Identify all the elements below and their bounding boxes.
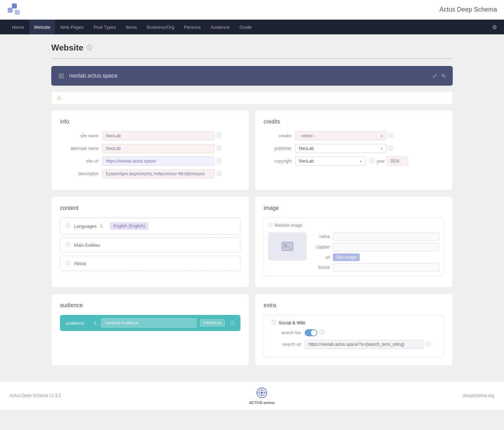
content-card: content ⓘ Languages 1. English (English)…: [51, 196, 249, 288]
creator-label: creator: [264, 133, 292, 138]
description-info-icon[interactable]: ⓘ: [217, 171, 221, 177]
description-row: description ⓘ: [60, 169, 240, 178]
site-image-button[interactable]: Site Image: [333, 253, 360, 261]
publisher-info-icon[interactable]: ⓘ: [389, 145, 393, 152]
extra-card: extra ⓘ Social & Wiki search bar ⓘ searc…: [255, 293, 453, 366]
image-card: image ⓘ Website image: [255, 196, 453, 288]
year-input[interactable]: [387, 157, 408, 166]
audience-input[interactable]: [101, 318, 197, 328]
page-title-text: Website: [51, 43, 84, 53]
info-card: info site name ⓘ alternate name ⓘ site u…: [51, 110, 249, 191]
share-icon[interactable]: ⤢: [432, 73, 437, 79]
creator-chevron-icon: ▾: [381, 134, 383, 138]
creator-row: creator - select - ▾ ⓘ: [264, 131, 444, 140]
gear-icon[interactable]: ⚙: [492, 24, 497, 31]
copyright-label: copyright: [264, 159, 292, 164]
publisher-chevron-icon: ▾: [381, 147, 383, 151]
site-url-label: site url: [60, 159, 99, 164]
publisher-label: publisher: [264, 146, 292, 151]
site-url-input[interactable]: [102, 157, 214, 166]
image-name-label: name: [312, 234, 330, 239]
footer: Actus Deep Schema v1.3.2 ACTUS anima dee…: [0, 381, 504, 410]
site-name-input[interactable]: [102, 131, 214, 140]
image-thumb-input[interactable]: [333, 263, 439, 272]
image-name-row: name: [312, 232, 439, 241]
creator-info-icon[interactable]: ⓘ: [389, 133, 393, 139]
image-caption-input[interactable]: [333, 243, 439, 251]
publisher-value: NeoLab: [299, 146, 314, 151]
languages-label: Languages: [74, 224, 97, 229]
svg-rect-0: [8, 8, 13, 13]
premium-badge: PREMIUM: [200, 319, 225, 326]
footer-version: Actus Deep Schema v1.3.2: [10, 393, 61, 398]
audience-num: 1.: [94, 320, 98, 326]
page-help-icon[interactable]: ⓘ: [86, 44, 92, 52]
footer-website: deepschema.org: [463, 393, 494, 398]
alternate-name-info-icon[interactable]: ⓘ: [217, 145, 221, 152]
search-url-input[interactable]: [305, 340, 424, 349]
site-url-info-icon[interactable]: ⓘ: [217, 158, 221, 164]
nav-web-pages[interactable]: Web Pages: [55, 20, 88, 34]
creator-value: - select -: [299, 133, 315, 138]
website-image-section: ⓘ Website image name: [264, 218, 444, 276]
site-header-actions: ⤢ ✎: [432, 73, 446, 79]
search-url-info-icon[interactable]: ⓘ: [426, 341, 431, 348]
publisher-select[interactable]: NeoLab ▾: [295, 144, 386, 153]
site-name-info-icon[interactable]: ⓘ: [217, 133, 221, 139]
search-bar-row: search bar ⓘ: [270, 329, 438, 336]
copyright-select[interactable]: NeoLab ▾: [295, 157, 365, 166]
nav-persons[interactable]: Persons: [179, 20, 206, 34]
nav-post-types[interactable]: Post Types: [88, 20, 121, 34]
description-input[interactable]: [102, 169, 214, 178]
nav-guide[interactable]: Guide: [234, 20, 257, 34]
copyright-select-value: NeoLab: [299, 159, 314, 164]
creator-select[interactable]: - select - ▾: [295, 131, 386, 140]
search-bar-info-icon[interactable]: ⓘ: [319, 330, 324, 336]
language-value: English (English): [110, 222, 148, 230]
social-wiki-info-icon[interactable]: ⓘ: [272, 319, 277, 326]
audience-card: audience audience 1. PREMIUM ⓘ: [51, 293, 249, 366]
extra-title: extra: [264, 302, 444, 309]
main-nav: Home Website Web Pages Post Types Items …: [0, 20, 504, 34]
audience-label: audience: [66, 320, 90, 326]
social-wiki-label: Social & Wiki: [279, 320, 305, 325]
image-title: image: [264, 205, 444, 211]
main-entities-label: Main Entities: [74, 243, 100, 248]
languages-info-icon[interactable]: ⓘ: [66, 223, 71, 229]
page-title-bar: Website ⓘ: [51, 43, 453, 59]
alternate-name-input[interactable]: [102, 144, 214, 153]
copyright-chevron-icon: ▾: [360, 159, 362, 163]
nav-audience[interactable]: Audience: [206, 20, 234, 34]
copyright-info-icon[interactable]: ⓘ: [370, 158, 374, 164]
publisher-row: publisher NeoLab ▾ ⓘ: [264, 144, 444, 153]
search-bar-toggle[interactable]: [305, 329, 317, 336]
alternate-name-row: alternate name ⓘ: [60, 144, 240, 153]
svg-rect-3: [282, 242, 293, 251]
app-logo: [7, 3, 21, 17]
nav-website[interactable]: Website: [29, 20, 55, 34]
image-caption-label: caption: [312, 245, 330, 250]
top-header: Actus Deep Schema: [0, 0, 504, 20]
nav-business-org[interactable]: Business/Org: [142, 20, 179, 34]
audience-title: audience: [60, 302, 240, 309]
extra-section: ⓘ Social & Wiki search bar ⓘ search url …: [264, 315, 444, 357]
image-name-input[interactable]: [333, 232, 439, 241]
edit-icon[interactable]: ✎: [441, 73, 446, 79]
audience-info-icon[interactable]: ⓘ: [230, 320, 235, 326]
website-image-label: Website image: [274, 223, 302, 228]
search-url-label: search url: [270, 342, 301, 347]
website-image-info-icon[interactable]: ⓘ: [268, 222, 272, 228]
nav-items[interactable]: Items: [121, 20, 142, 34]
site-name-label: site name: [60, 133, 99, 138]
nav-home[interactable]: Home: [7, 20, 29, 34]
main-entities-info-icon[interactable]: ⓘ: [66, 242, 71, 248]
main-entities-section: ⓘ Main Entities: [60, 237, 240, 253]
cards-grid: info site name ⓘ alternate name ⓘ site u…: [51, 110, 453, 366]
toggle-knob: [311, 330, 317, 336]
warning-bar: ⚠: [51, 91, 453, 104]
info-title: info: [60, 119, 240, 125]
about-info-icon[interactable]: ⓘ: [66, 260, 71, 266]
svg-rect-2: [15, 10, 20, 15]
image-url-label: url: [312, 255, 330, 260]
credits-card: credits creator - select - ▾ ⓘ publisher…: [255, 110, 453, 191]
